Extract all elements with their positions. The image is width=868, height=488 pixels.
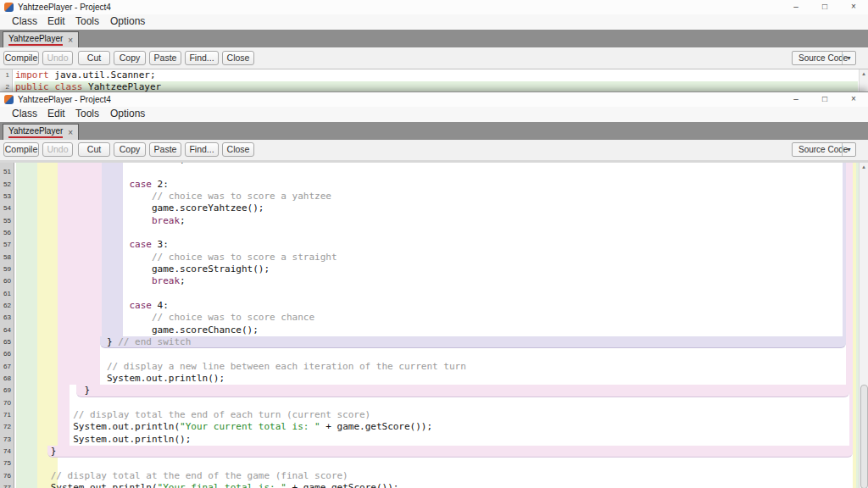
paste-button[interactable]: Paste	[149, 142, 181, 157]
scope-stripe-right	[849, 312, 853, 324]
find-button[interactable]: Find...	[185, 51, 219, 65]
scope-stripe	[16, 348, 37, 360]
menu-tools[interactable]: Tools	[75, 108, 99, 119]
compile-button[interactable]: Compile	[3, 51, 39, 65]
cut-button[interactable]: Cut	[78, 51, 110, 65]
scope-stripe-right	[846, 263, 849, 275]
view-mode-dropdown[interactable]: Source Code ▾	[792, 142, 856, 157]
menu-bar: ClassEditToolsOptions	[0, 107, 868, 122]
compile-button[interactable]: Compile	[3, 142, 39, 157]
menu-bar: ClassEditToolsOptions	[0, 14, 868, 30]
scope-stripe-right	[853, 470, 856, 482]
scope-stripe-right	[853, 275, 856, 287]
close-button[interactable]: Close	[222, 142, 254, 157]
tab-yahtzeeplayer[interactable]: YahtzeePlayer ×	[3, 124, 79, 140]
scope-stripe-right	[846, 373, 849, 385]
scope-stripe	[37, 288, 58, 300]
code-text: System.out.println();	[17, 373, 225, 385]
scroll-up-icon[interactable]: ▴	[860, 164, 868, 170]
copy-button[interactable]: Copy	[114, 142, 146, 157]
line-number: 73	[0, 434, 14, 446]
tab-close-icon[interactable]: ×	[68, 128, 73, 137]
scope-end-fill	[100, 336, 846, 348]
cut-button[interactable]: Cut	[78, 142, 110, 157]
code-editor[interactable]: 1import java.util.Scanner;2public class …	[0, 69, 868, 93]
tab-close-icon[interactable]: ×	[68, 36, 73, 45]
line-number: 72	[0, 421, 14, 433]
window-minimize-button[interactable]: –	[782, 0, 810, 14]
line-number: 75	[0, 458, 14, 469]
code-text: // choice was to score a yahtzee	[17, 191, 331, 202]
code-line-1: 1import java.util.Scanner;	[0, 69, 860, 81]
scope-stripe-right	[843, 191, 846, 202]
code-line-54: 54 game.scoreYahtzee();	[0, 202, 860, 214]
code-line-60: 60 break;	[0, 275, 860, 287]
paste-button[interactable]: Paste	[149, 51, 181, 65]
line-number: 64	[0, 324, 14, 336]
menu-class[interactable]: Class	[12, 108, 37, 119]
tab-bar: YahtzeePlayer ×	[0, 30, 868, 47]
window-maximize-button[interactable]: □	[810, 0, 839, 14]
find-button[interactable]: Find...	[185, 142, 219, 157]
scope-stripe-right	[846, 202, 849, 214]
code-text: System.out.println("Your final total is:…	[17, 482, 398, 488]
menu-options[interactable]: Options	[110, 108, 145, 119]
line-number: 60	[0, 275, 14, 287]
scope-stripe-right	[853, 397, 856, 409]
scope-stripe-right	[853, 179, 856, 191]
undo-button[interactable]: Undo	[42, 142, 73, 157]
title-bar: YahtzeePlayer - Project4 –□×	[0, 92, 868, 107]
scope-stripe-right	[853, 191, 856, 202]
scope-stripe-right	[843, 227, 846, 239]
code-line-75: 75	[0, 458, 860, 469]
window-minimize-button[interactable]: –	[782, 92, 810, 107]
copy-button[interactable]: Copy	[114, 51, 146, 65]
close-button[interactable]: Close	[222, 51, 254, 65]
scope-stripe-right	[853, 434, 856, 446]
line-number: 54	[0, 202, 14, 214]
window-maximize-button[interactable]: □	[810, 92, 839, 107]
view-mode-label: Source Code	[798, 53, 848, 63]
menu-tools[interactable]: Tools	[75, 15, 99, 27]
view-mode-dropdown[interactable]: Source Code ▾	[792, 51, 856, 65]
scope-stripe-right	[846, 275, 849, 287]
scope-stripe-right	[849, 202, 853, 214]
line-number: 57	[0, 239, 14, 251]
bluej-icon	[4, 95, 14, 104]
menu-edit[interactable]: Edit	[47, 15, 65, 27]
window-close-button[interactable]: ×	[839, 0, 868, 14]
vertical-scrollbar[interactable]: ▴	[859, 163, 868, 488]
scope-stripe-right	[853, 263, 856, 275]
scope-stripe	[102, 288, 123, 300]
scope-stripe-right	[849, 215, 853, 227]
line-number: 74	[0, 446, 14, 458]
toolbar: CompileUndoCutCopyPasteFind...Close Sour…	[0, 140, 868, 161]
window-close-button[interactable]: ×	[839, 92, 868, 107]
code-editor[interactable]: 50 break;5152 case 2:53 // choice was to…	[0, 163, 868, 488]
undo-button[interactable]: Undo	[42, 51, 73, 65]
line-number: 52	[0, 179, 14, 191]
scope-stripe-right	[849, 373, 853, 385]
scope-stripe-right	[846, 348, 849, 360]
menu-options[interactable]: Options	[110, 15, 145, 27]
scope-stripe-right	[846, 239, 849, 251]
scope-stripe	[16, 288, 37, 300]
scope-stripe-right	[853, 324, 856, 336]
scroll-up-icon[interactable]: ▴	[860, 70, 868, 77]
scope-stripe-right	[843, 166, 846, 178]
scope-stripe-right	[846, 312, 849, 324]
window-title: YahtzeePlayer - Project4	[18, 3, 111, 12]
code-text: import java.util.Scanner;	[15, 69, 156, 81]
scope-stripe-right	[849, 179, 853, 191]
scope-stripe-right	[853, 300, 856, 312]
menu-class[interactable]: Class	[12, 15, 37, 27]
scope-stripe-right	[853, 446, 856, 458]
tab-yahtzeeplayer[interactable]: YahtzeePlayer ×	[3, 31, 79, 47]
menu-edit[interactable]: Edit	[47, 108, 65, 119]
vertical-scrollbar[interactable]: ▴	[859, 69, 868, 93]
chevron-down-icon: ▾	[842, 143, 855, 156]
scope-stripe-right	[843, 179, 846, 191]
scroll-thumb[interactable]	[860, 385, 868, 488]
scope-stripe-right	[843, 312, 846, 324]
scope-stripe-right	[853, 361, 856, 373]
